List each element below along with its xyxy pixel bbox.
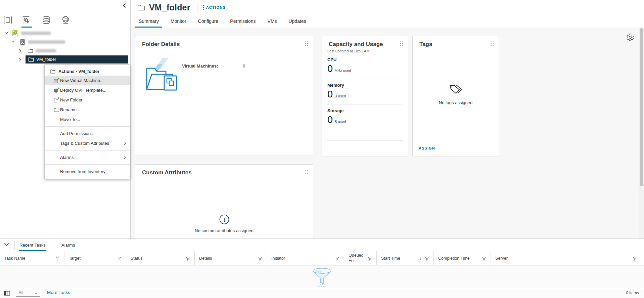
tasks-filter-value: All	[18, 290, 23, 295]
main-scrollbar[interactable]	[639, 28, 644, 239]
collapse-sidebar-icon[interactable]	[123, 3, 126, 8]
drag-handle-icon[interactable]	[400, 41, 403, 46]
tree-item-vcenter[interactable]	[0, 29, 130, 38]
tab-alarms[interactable]: Alarms	[61, 239, 75, 251]
drag-handle-icon[interactable]	[305, 169, 308, 175]
column-label: Details	[199, 256, 212, 261]
menu-item-remove-from-inventory[interactable]: Remove from Inventory	[45, 167, 130, 176]
column-label: Server	[495, 256, 508, 261]
menu-item-rename[interactable]: Rename...	[45, 105, 130, 115]
tree-item-vm-folder-selected[interactable]: VM_folder	[0, 55, 130, 64]
actions-button[interactable]: ACTIONS	[203, 4, 226, 10]
metric-number: 0	[327, 89, 333, 100]
column-label: Initiator	[271, 256, 285, 261]
column-details[interactable]: Details	[195, 251, 267, 265]
menu-item-alarms[interactable]: Alarms	[45, 153, 130, 162]
info-circle-icon: i	[219, 214, 230, 225]
column-target[interactable]: Target	[64, 251, 126, 265]
folder-icon	[50, 69, 55, 74]
filter-funnel-icon[interactable]	[482, 256, 486, 261]
chevron-right-icon	[124, 141, 126, 145]
sort-descending-icon[interactable]: ↓	[419, 256, 422, 261]
more-tasks-link[interactable]: More Tasks	[47, 290, 70, 295]
column-initiator[interactable]: Initiator	[267, 251, 344, 265]
gear-icon[interactable]	[626, 33, 634, 41]
custom-attributes-empty-text: No custom attributes assigned	[195, 228, 254, 233]
drag-handle-icon[interactable]	[490, 41, 494, 46]
tab-recent-tasks[interactable]: Recent Tasks	[19, 239, 46, 251]
filter-funnel-icon[interactable]	[425, 256, 429, 261]
column-label: Target	[69, 256, 81, 261]
metric-name-memory: Memory	[327, 83, 344, 88]
filter-funnel-icon[interactable]	[368, 256, 372, 261]
tab-permissions[interactable]: Permissions	[230, 15, 256, 28]
tree-item-datacenter[interactable]	[0, 38, 130, 46]
column-label: Queued For	[349, 253, 366, 263]
tasks-panel: Recent Tasks Alarms Task Name Target Sta…	[0, 239, 644, 298]
column-start-time[interactable]: Start Time ↓	[377, 251, 434, 265]
object-header: VM_folder ACTIONS	[131, 0, 644, 15]
vm-count-value: 0	[243, 63, 245, 69]
menu-item-move-to[interactable]: Move To...	[45, 115, 130, 124]
filter-funnel-icon[interactable]	[186, 256, 190, 261]
chevron-right-icon[interactable]	[19, 49, 21, 53]
new-vm-icon	[54, 78, 59, 83]
metric-value-cpu: 0 MHz used	[327, 63, 351, 74]
metric-number: 0	[327, 63, 333, 74]
metric-value-memory: 0 B used	[327, 89, 346, 100]
filter-funnel-icon[interactable]	[258, 256, 262, 261]
column-editor-icon[interactable]	[4, 291, 10, 296]
tab-updates[interactable]: Updates	[289, 15, 306, 28]
items-count: 0 items	[626, 291, 639, 295]
column-queued-for[interactable]: Queued For	[344, 251, 377, 265]
inventory-nav-bar	[0, 11, 130, 29]
tree-item-folder[interactable]	[0, 46, 130, 55]
column-label: Status	[131, 256, 142, 261]
card-title: Tags	[419, 41, 432, 48]
hosts-and-clusters-icon[interactable]	[3, 15, 12, 25]
chevron-down-icon[interactable]	[4, 32, 8, 34]
tab-monitor[interactable]: Monitor	[171, 15, 186, 28]
active-nav-underline	[21, 27, 32, 28]
funnel-empty-illustration	[310, 267, 334, 287]
drag-handle-icon[interactable]	[305, 41, 308, 46]
tab-vms[interactable]: VMs	[268, 15, 277, 28]
menu-item-label: Deploy OVF Template...	[60, 88, 106, 93]
tab-label: Permissions	[230, 18, 256, 24]
tasks-table-header: Task Name Target Status Details Initiato…	[0, 251, 644, 265]
filter-funnel-icon[interactable]	[117, 256, 122, 261]
menu-item-tags-custom-attributes[interactable]: Tags & Custom Attributes	[45, 138, 130, 148]
collapse-panel-icon[interactable]	[4, 243, 9, 246]
tab-summary[interactable]: Summary	[139, 15, 159, 28]
chevron-right-icon[interactable]	[19, 58, 21, 61]
filter-funnel-icon[interactable]	[55, 256, 60, 261]
filter-funnel-icon[interactable]	[335, 256, 339, 261]
scrollbar-thumb[interactable]	[640, 28, 643, 186]
vms-and-templates-icon[interactable]	[21, 15, 31, 25]
menu-item-label: Alarms	[60, 155, 74, 160]
networking-icon[interactable]	[61, 15, 70, 25]
chevron-right-icon	[124, 156, 126, 159]
actions-context-menu: Actions - VM_folder New Virtual Machine.…	[44, 65, 130, 179]
column-completion-time[interactable]: Completion Time	[434, 251, 491, 265]
divider	[14, 241, 15, 250]
tab-configure[interactable]: Configure	[198, 15, 219, 28]
assign-tags-link[interactable]: ASSIGN	[419, 146, 435, 150]
column-label: Task Name	[4, 256, 26, 261]
column-status[interactable]: Status	[126, 251, 195, 265]
card-title: Folder Details	[142, 41, 180, 48]
filter-funnel-icon[interactable]	[633, 256, 637, 261]
chevron-down-icon[interactable]	[11, 40, 15, 43]
menu-item-new-virtual-machine[interactable]: New Virtual Machine...	[45, 76, 130, 85]
tasks-filter-select[interactable]: All	[16, 289, 40, 297]
column-server[interactable]: Server	[491, 251, 644, 265]
column-task-name[interactable]: Task Name	[0, 251, 64, 265]
svg-text:i: i	[223, 217, 225, 223]
sidebar-top-strip	[0, 0, 130, 11]
menu-item-add-permission[interactable]: Add Permission...	[45, 129, 130, 138]
datacenter-icon	[19, 39, 26, 45]
menu-item-deploy-ovf-template[interactable]: Deploy OVF Template...	[45, 85, 130, 95]
menu-separator	[45, 126, 130, 127]
storage-icon[interactable]	[42, 15, 51, 25]
menu-item-new-folder[interactable]: New Folder	[45, 95, 130, 105]
